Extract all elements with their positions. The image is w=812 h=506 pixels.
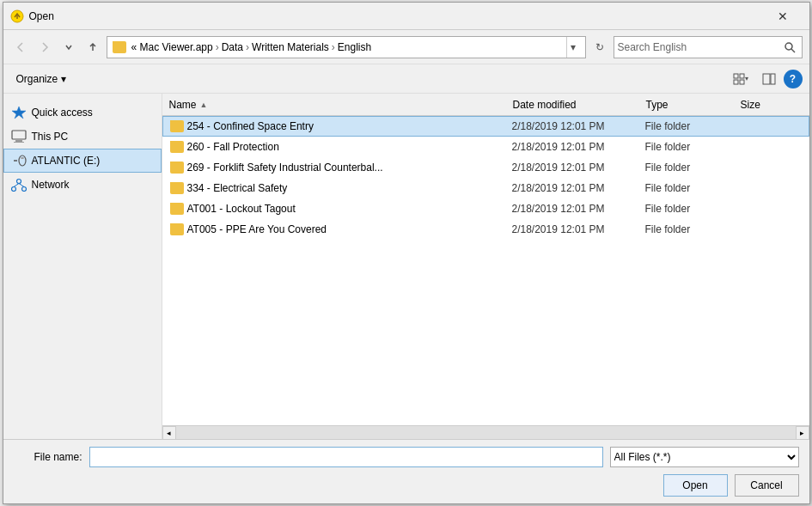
- up-button[interactable]: [82, 37, 103, 58]
- path-folder-icon: [113, 41, 126, 53]
- sidebar-item-this-pc[interactable]: This PC: [3, 125, 162, 149]
- file-name: 260 - Fall Protection: [187, 141, 279, 153]
- preview-pane-button[interactable]: [758, 68, 780, 90]
- cancel-button[interactable]: Cancel: [735, 474, 799, 497]
- horizontal-scrollbar[interactable]: ◂ ▸: [162, 425, 809, 439]
- search-input[interactable]: [618, 41, 781, 53]
- table-row[interactable]: 254 - Confined Space Entry2/18/2019 12:0…: [162, 116, 809, 137]
- svg-marker-10: [12, 107, 26, 119]
- svg-rect-8: [763, 74, 770, 84]
- svg-rect-11: [12, 131, 26, 139]
- table-row[interactable]: 334 - Electrical Safety2/18/2019 12:01 P…: [162, 178, 809, 198]
- filetype-select[interactable]: All Files (*.*): [610, 447, 799, 467]
- folder-icon: [170, 203, 184, 215]
- folder-icon: [170, 141, 184, 153]
- folder-icon: [170, 120, 184, 132]
- column-header-size[interactable]: Size: [737, 99, 806, 111]
- svg-line-21: [19, 184, 24, 187]
- help-button[interactable]: ?: [784, 70, 803, 88]
- svg-point-15: [19, 155, 26, 166]
- file-date: 2/18/2019 12:01 PM: [509, 162, 642, 174]
- search-icon[interactable]: [781, 39, 798, 56]
- table-row[interactable]: AT005 - PPE Are You Covered2/18/2019 12:…: [162, 219, 809, 240]
- svg-rect-9: [771, 74, 775, 84]
- sidebar-label-atlantic: ATLANTIC (E:): [32, 155, 101, 167]
- svg-line-20: [14, 184, 19, 187]
- sidebar-item-network[interactable]: Network: [3, 173, 162, 197]
- table-row[interactable]: 260 - Fall Protection2/18/2019 12:01 PMF…: [162, 137, 809, 157]
- file-date: 2/18/2019 12:01 PM: [509, 141, 642, 153]
- organize-button[interactable]: Organize ▾: [10, 68, 73, 90]
- column-header-date[interactable]: Date modified: [510, 99, 643, 111]
- svg-point-2: [785, 43, 792, 50]
- scroll-right-button[interactable]: ▸: [796, 426, 809, 440]
- filename-label: File name:: [14, 451, 82, 463]
- file-pane: Name ▲ Date modified Type Size 254 - Con…: [162, 94, 809, 439]
- table-row[interactable]: AT001 - Lockout Tagout2/18/2019 12:01 PM…: [162, 198, 809, 219]
- search-box[interactable]: [614, 36, 803, 58]
- open-dialog: Open ✕ « Mac Viewer.app › Data › Written…: [3, 2, 810, 504]
- view-dropdown-arrow: ▾: [745, 75, 748, 82]
- file-type: File folder: [642, 182, 736, 194]
- filename-row: File name: All Files (*.*): [14, 447, 799, 467]
- column-header-type[interactable]: Type: [643, 99, 737, 111]
- dialog-icon: [10, 9, 24, 23]
- sort-arrow-icon: ▲: [200, 101, 208, 109]
- refresh-button[interactable]: ↻: [589, 36, 610, 58]
- file-name: AT005 - PPE Are You Covered: [187, 223, 327, 235]
- file-date: 2/18/2019 12:01 PM: [509, 120, 642, 132]
- file-name: 254 - Confined Space Entry: [187, 120, 314, 132]
- svg-rect-13: [14, 142, 24, 143]
- file-list-body: 254 - Confined Space Entry2/18/2019 12:0…: [162, 116, 809, 425]
- sidebar-item-quick-access[interactable]: Quick access: [3, 101, 162, 125]
- folder-icon: [170, 182, 184, 194]
- sidebar: Quick access This PC: [3, 94, 162, 439]
- sidebar-item-atlantic[interactable]: ATLANTIC (E:): [3, 149, 162, 173]
- file-list-header: Name ▲ Date modified Type Size: [162, 94, 809, 116]
- scroll-left-button[interactable]: ◂: [162, 426, 176, 440]
- svg-rect-12: [15, 140, 22, 142]
- file-type: File folder: [642, 203, 736, 215]
- filename-input[interactable]: [89, 447, 603, 467]
- address-path[interactable]: « Mac Viewer.app › Data › Written Materi…: [107, 36, 586, 58]
- file-type: File folder: [642, 141, 736, 153]
- svg-rect-4: [734, 74, 738, 78]
- organize-label: Organize: [16, 73, 58, 85]
- svg-rect-6: [734, 80, 738, 84]
- file-name: 334 - Electrical Safety: [187, 182, 288, 194]
- network-icon: [11, 177, 27, 192]
- folder-icon: [170, 223, 184, 235]
- svg-rect-7: [740, 80, 744, 84]
- recent-locations-button[interactable]: [58, 37, 79, 58]
- main-content: Quick access This PC: [3, 94, 809, 439]
- svg-point-18: [11, 187, 15, 192]
- file-date: 2/18/2019 12:01 PM: [509, 223, 642, 235]
- open-button[interactable]: Open: [663, 474, 728, 497]
- file-name: AT001 - Lockout Tagout: [187, 203, 296, 215]
- organize-arrow-icon: ▾: [61, 73, 66, 85]
- file-type: File folder: [642, 223, 736, 235]
- svg-point-19: [21, 187, 26, 192]
- view-mode-button[interactable]: ▾: [725, 68, 756, 90]
- path-seg-4: English: [336, 41, 373, 53]
- svg-point-16: [21, 157, 24, 159]
- address-segments: « Mac Viewer.app › Data › Written Materi…: [130, 41, 566, 53]
- close-button[interactable]: ✕: [763, 3, 803, 29]
- title-bar: Open ✕: [3, 3, 809, 30]
- sidebar-label-quick-access: Quick access: [32, 107, 93, 119]
- column-header-name[interactable]: Name ▲: [166, 99, 510, 111]
- address-bar: « Mac Viewer.app › Data › Written Materi…: [3, 30, 809, 64]
- view-buttons: ▾: [725, 68, 780, 90]
- path-seg-2: Data: [220, 41, 245, 53]
- table-row[interactable]: 269 - Forklift Safety Industrial Counter…: [162, 157, 809, 178]
- sidebar-label-this-pc: This PC: [32, 131, 69, 143]
- path-seg-1: « Mac Viewer.app: [130, 41, 215, 53]
- atlantic-drive-icon: [11, 153, 27, 168]
- forward-button[interactable]: [34, 37, 55, 58]
- file-date: 2/18/2019 12:01 PM: [509, 203, 642, 215]
- scroll-track[interactable]: [176, 426, 796, 440]
- folder-icon: [170, 162, 184, 174]
- back-button[interactable]: [10, 37, 31, 58]
- file-type: File folder: [642, 120, 736, 132]
- address-dropdown-button[interactable]: ▾: [566, 37, 580, 58]
